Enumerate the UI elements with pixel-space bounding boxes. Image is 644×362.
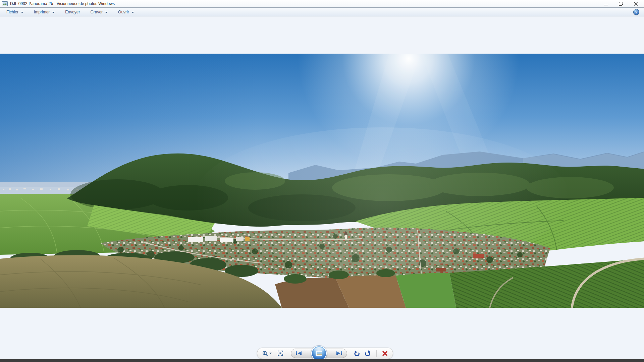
minimize-icon [604,2,608,5]
rotate-counterclockwise-button[interactable] [354,350,360,357]
delete-icon [382,351,388,356]
photo-viewer-window: DJI_0932-Panorama-2b - Visionneuse de ph… [0,0,644,362]
next-button[interactable] [335,351,342,356]
window-controls [604,1,638,6]
restore-button[interactable] [619,1,623,6]
chevron-down-icon [105,12,108,13]
menu-label: Envoyer [65,10,80,14]
menu-bar: Fichier Imprimer Envoyer Graver Ouvrir ? [0,8,644,16]
menu-item-ouvrir[interactable]: Ouvrir [114,8,138,16]
menu-item-fichier[interactable]: Fichier [3,8,27,16]
menu-label: Ouvrir [118,10,129,14]
menu-item-envoyer[interactable]: Envoyer [61,8,84,16]
rotate-ccw-icon [354,350,360,357]
help-button[interactable]: ? [633,9,639,15]
chevron-down-icon [131,12,134,13]
zoom-button[interactable] [262,351,272,356]
restore-icon [619,2,623,6]
menu-item-imprimer[interactable]: Imprimer [30,8,58,16]
toolbar-divider [376,350,377,357]
fit-to-window-button[interactable] [277,350,283,356]
rotate-cw-icon [365,350,371,357]
slideshow-button[interactable] [311,346,327,361]
photo-image [0,54,644,308]
photo-viewer-icon [2,1,8,6]
magnifier-icon [262,351,268,356]
menu-label: Graver [90,10,103,14]
menu-label: Imprimer [34,10,50,14]
previous-icon [296,351,303,356]
title-bar: DJI_0932-Panorama-2b - Visionneuse de ph… [0,0,644,8]
window-title: DJI_0932-Panorama-2b - Visionneuse de ph… [10,1,115,6]
taskbar-peek-strip[interactable] [0,359,644,362]
menu-label: Fichier [6,10,18,14]
bottom-toolbar [257,348,393,359]
navigation-group [291,349,347,358]
menu-item-graver[interactable]: Graver [87,8,111,16]
minimize-button[interactable] [604,1,608,6]
delete-button[interactable] [382,351,388,356]
next-icon [335,351,342,356]
close-icon [634,2,638,6]
previous-button[interactable] [296,351,303,356]
close-button[interactable] [633,1,638,6]
chevron-down-icon [269,353,272,354]
rotate-clockwise-button[interactable] [365,350,371,357]
chevron-down-icon [21,12,23,13]
help-icon: ? [635,10,638,14]
chevron-down-icon [52,12,55,13]
photo-panorama [0,54,644,308]
fit-icon [277,350,283,356]
slideshow-icon [316,351,322,356]
